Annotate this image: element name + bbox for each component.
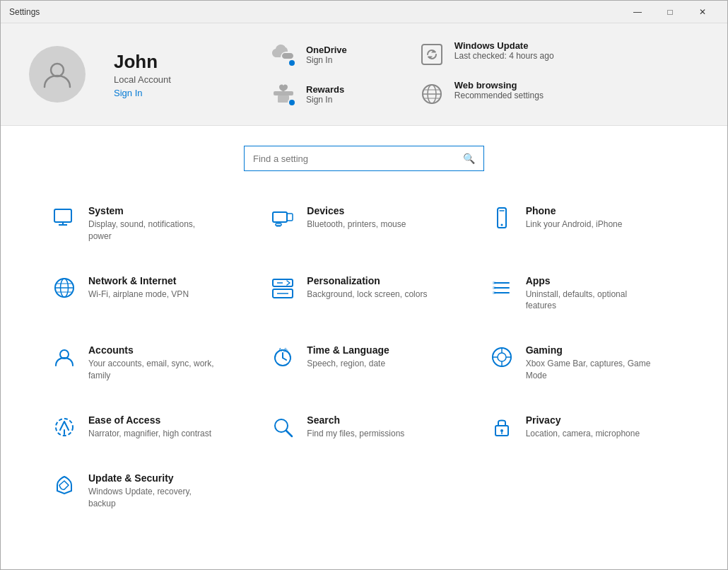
update-security-icon [52, 472, 77, 498]
system-desc: Display, sound, notifications, power [88, 219, 216, 243]
settings-grid: System Display, sound, notifications, po… [1, 185, 727, 536]
maximize-button[interactable]: □ [654, 1, 686, 23]
onedrive-dot [288, 59, 296, 67]
rewards-sub: Sign In [306, 95, 344, 105]
settings-item-phone[interactable]: Phone Link your Android, iPhone [481, 192, 685, 255]
time-text: Time & Language Speech, region, date [307, 344, 389, 370]
apps-icon [489, 275, 515, 301]
windows-update-sub: Last checked: 4 hours ago [454, 51, 554, 61]
settings-item-ease[interactable]: Ease of Access Narrator, magnifier, high… [43, 402, 247, 453]
onedrive-item[interactable]: OneDrive Sign In [269, 40, 347, 69]
rewards-dot [288, 98, 296, 107]
settings-item-time[interactable]: A あ Time & Language Speech, region, date [262, 332, 466, 395]
phone-icon [489, 205, 515, 231]
close-button[interactable]: ✕ [686, 1, 719, 23]
search-wrap: 🔍 [1, 126, 727, 185]
settings-item-accounts[interactable]: Accounts Your accounts, email, sync, wor… [43, 332, 247, 395]
settings-item-update[interactable]: Update & Security Windows Update, recove… [43, 460, 247, 523]
gaming-title: Gaming [526, 344, 653, 356]
settings-item-apps[interactable]: Apps Uninstall, defaults, optional featu… [481, 262, 685, 325]
settings-item-personalization[interactable]: Personalization Background, lock screen,… [262, 262, 466, 325]
accounts-text: Accounts Your accounts, email, sync, wor… [88, 344, 216, 382]
svg-rect-9 [54, 209, 71, 222]
settings-item-privacy[interactable]: Privacy Location, camera, microphone [481, 402, 685, 453]
settings-item-devices[interactable]: Devices Bluetooth, printers, mouse [262, 192, 466, 255]
privacy-desc: Location, camera, microphone [526, 428, 640, 440]
onedrive-sub: Sign In [306, 55, 347, 65]
personalization-text: Personalization Background, lock screen,… [307, 275, 427, 301]
web-browsing-item[interactable]: Web browsing Recommended settings [418, 80, 554, 108]
settings-item-system[interactable]: System Display, sound, notifications, po… [43, 192, 247, 255]
time-icon: A あ [270, 344, 295, 370]
network-icon [52, 275, 77, 301]
network-desc: Wi-Fi, airplane mode, VPN [88, 289, 189, 301]
svg-point-41 [498, 353, 506, 361]
update-security-desc: Windows Update, recovery, backup [88, 486, 216, 510]
system-text: System Display, sound, notifications, po… [88, 205, 216, 243]
search-settings-title: Search [307, 414, 404, 426]
accounts-icon [52, 344, 77, 370]
settings-item-search[interactable]: Search Find my files, permissions [262, 402, 466, 453]
search-settings-desc: Find my files, permissions [307, 428, 404, 440]
globe-icon [419, 81, 445, 107]
devices-desc: Bluetooth, printers, mouse [307, 219, 406, 231]
svg-text:A: A [278, 347, 282, 352]
search-input[interactable] [253, 153, 463, 164]
svg-rect-32 [493, 286, 495, 289]
phone-title: Phone [526, 205, 623, 216]
update-icon [419, 42, 445, 67]
header-right: Windows Update Last checked: 4 hours ago… [418, 40, 554, 108]
app-title: Settings [9, 7, 40, 17]
gaming-icon [489, 344, 515, 370]
web-browsing-text: Web browsing Recommended settings [454, 80, 544, 100]
rewards-text: Rewards Sign In [306, 84, 344, 105]
settings-item-network[interactable]: Network & Internet Wi-Fi, airplane mode,… [43, 262, 247, 325]
title-bar: Settings — □ ✕ [1, 1, 727, 23]
svg-rect-12 [273, 212, 287, 222]
svg-point-50 [500, 429, 503, 432]
svg-line-48 [286, 431, 292, 436]
network-title: Network & Internet [88, 275, 189, 286]
system-icon [52, 205, 77, 231]
svg-text:あ: あ [283, 347, 288, 353]
user-info: John Local Account Sign In [114, 51, 199, 98]
svg-rect-14 [276, 223, 281, 226]
onedrive-icon-wrap [269, 40, 298, 69]
svg-point-0 [51, 64, 64, 76]
minimize-button[interactable]: — [621, 1, 654, 23]
phone-desc: Link your Android, iPhone [526, 219, 623, 231]
search-settings-icon [270, 414, 295, 440]
avatar-icon [40, 57, 74, 91]
update-security-text: Update & Security Windows Update, recove… [88, 472, 216, 510]
personalization-icon [270, 275, 295, 301]
web-browsing-icon [418, 80, 446, 108]
apps-desc: Uninstall, defaults, optional features [526, 289, 653, 313]
windows-update-item[interactable]: Windows Update Last checked: 4 hours ago [418, 40, 554, 69]
accounts-desc: Your accounts, email, sync, work, family [88, 358, 216, 382]
search-icon: 🔍 [463, 153, 475, 164]
privacy-text: Privacy Location, camera, microphone [526, 414, 640, 440]
settings-item-gaming[interactable]: Gaming Xbox Game Bar, captures, Game Mod… [481, 332, 685, 395]
personalization-desc: Background, lock screen, colors [307, 289, 427, 301]
window-controls: — □ ✕ [621, 1, 719, 23]
svg-rect-33 [493, 291, 495, 294]
time-title: Time & Language [307, 344, 389, 356]
ease-title: Ease of Access [88, 414, 211, 426]
network-text: Network & Internet Wi-Fi, airplane mode,… [88, 275, 189, 301]
devices-text: Devices Bluetooth, printers, mouse [307, 205, 406, 231]
web-browsing-sub: Recommended settings [454, 91, 544, 100]
sign-in-link[interactable]: Sign In [114, 88, 199, 98]
apps-title: Apps [526, 275, 653, 286]
svg-point-18 [500, 224, 503, 226]
gaming-desc: Xbox Game Bar, captures, Game Mode [526, 358, 653, 382]
svg-rect-3 [422, 45, 442, 64]
header-services: OneDrive Sign In Rewards Sign In [269, 40, 347, 108]
phone-text: Phone Link your Android, iPhone [526, 205, 623, 231]
svg-rect-31 [493, 281, 495, 284]
ease-icon [52, 414, 77, 440]
gaming-text: Gaming Xbox Game Bar, captures, Game Mod… [526, 344, 653, 382]
web-browsing-label: Web browsing [454, 80, 544, 91]
rewards-item[interactable]: Rewards Sign In [269, 80, 347, 108]
accounts-title: Accounts [88, 344, 216, 356]
profile-header: John Local Account Sign In OneDrive Sign… [1, 23, 727, 126]
